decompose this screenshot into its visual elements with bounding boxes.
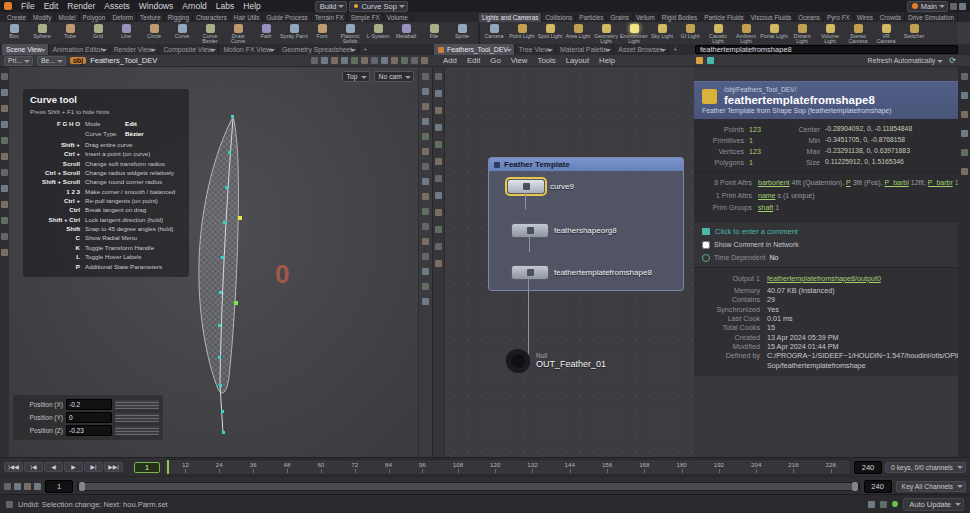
side-toolbar-icon[interactable] xyxy=(1,233,8,240)
range-end-handle[interactable] xyxy=(852,482,858,491)
shelf-tab[interactable]: Crowds xyxy=(877,13,905,22)
context-chip[interactable]: obj xyxy=(70,57,86,64)
shelf-tab[interactable]: Oceans xyxy=(795,13,824,22)
play-reverse-button[interactable]: ◀ xyxy=(44,462,63,472)
viewport-toolbar-icon[interactable] xyxy=(421,57,428,64)
viewport-toolbar-icon[interactable] xyxy=(311,57,318,64)
shelf-tool[interactable]: Sky Light xyxy=(648,22,676,44)
jump-to-end-button[interactable]: ▶▶| xyxy=(104,462,123,472)
network-menu-item[interactable]: View xyxy=(506,56,533,65)
network-canvas[interactable]: Feather Template curve9 feathershapeorg8… xyxy=(444,67,694,458)
network-editor[interactable]: Feather Template curve9 feathershapeorg8… xyxy=(433,67,695,458)
output-link[interactable]: feathertemplatefromshape8/output0 xyxy=(767,274,881,283)
side-toolbar-icon[interactable] xyxy=(1,105,8,112)
stowbar-icon[interactable] xyxy=(961,73,968,80)
null-node-icon[interactable] xyxy=(506,349,530,373)
play-button[interactable]: ▶ xyxy=(64,462,83,472)
viewport-toolbar-icon[interactable] xyxy=(371,57,378,64)
network-toolbar-icon[interactable] xyxy=(435,192,442,199)
network-toolbar-icon[interactable] xyxy=(435,90,442,97)
node-out-feather[interactable]: Null OUT_Feather_01 xyxy=(506,349,606,373)
range-start-handle[interactable] xyxy=(79,482,85,491)
shelf-tab[interactable]: Drive Simulation xyxy=(905,13,958,22)
display-option-icon[interactable] xyxy=(422,103,429,110)
shelf-tool[interactable]: Ambient Light xyxy=(732,22,760,44)
display-option-icon[interactable] xyxy=(422,163,429,170)
new-pane-tab-button[interactable]: + xyxy=(359,46,371,53)
attribute-link[interactable]: name xyxy=(758,192,776,199)
viewport-toolbar-icon[interactable] xyxy=(411,57,418,64)
frame-range-bar[interactable] xyxy=(79,483,858,490)
network-toolbar-icon[interactable] xyxy=(435,141,442,148)
pane-tab[interactable]: Render View xyxy=(110,44,160,55)
shelf-tool[interactable]: Curve Bezier xyxy=(196,22,224,44)
attribute-link[interactable]: P_barbr xyxy=(928,179,953,186)
network-menu-item[interactable]: Add xyxy=(438,56,462,65)
viewport-toolbar-icon[interactable] xyxy=(401,57,408,64)
shelf-tool[interactable]: Curve xyxy=(168,22,196,44)
shelf-tool[interactable]: Sprite xyxy=(448,22,476,44)
network-toolbar-icon[interactable] xyxy=(435,260,442,267)
display-option-icon[interactable] xyxy=(422,208,429,215)
shelf-tool[interactable]: Switcher xyxy=(900,22,928,44)
shelf-tab[interactable]: Lights and Cameras xyxy=(479,13,542,22)
menu-item[interactable]: Assets xyxy=(100,1,134,11)
attribute-link[interactable]: P_barbl xyxy=(885,179,909,186)
menu-item[interactable]: Render xyxy=(63,1,99,11)
pane-tab[interactable]: Feathers_Tool_DEV xyxy=(434,44,515,55)
shelf-tool[interactable]: Area Light xyxy=(564,22,592,44)
keys-summary-button[interactable]: 0 keys, 0/0 channels xyxy=(885,462,966,473)
refresh-icon[interactable]: ⟳ xyxy=(949,57,956,65)
display-option-icon[interactable] xyxy=(422,268,429,275)
network-box-feather-template[interactable]: Feather Template curve9 feathershapeorg8… xyxy=(488,157,684,291)
pane-tab[interactable]: Material Palette xyxy=(556,44,614,55)
side-toolbar-icon[interactable] xyxy=(1,217,8,224)
viewport-toolbar-icon[interactable] xyxy=(321,57,328,64)
viewport-toolbar-icon[interactable] xyxy=(361,57,368,64)
shelf-tool[interactable]: VR Camera xyxy=(872,22,900,44)
shelf-tool[interactable]: Platonic Solids xyxy=(336,22,364,44)
comment-field[interactable]: Click to enter a comment xyxy=(702,227,950,236)
network-toolbar-icon[interactable] xyxy=(435,158,442,165)
side-toolbar-icon[interactable] xyxy=(1,185,8,192)
display-option-icon[interactable] xyxy=(422,223,429,230)
shelf-tool[interactable]: Camera xyxy=(480,22,508,44)
shelf-tool[interactable]: Path xyxy=(252,22,280,44)
viewport-path-breadcrumb[interactable]: Feathers_Tool_DEV xyxy=(90,56,157,65)
shelf-tab[interactable]: Pyro FX xyxy=(824,13,854,22)
display-option-icon[interactable] xyxy=(422,118,429,125)
network-toolbar-icon[interactable] xyxy=(435,175,442,182)
playbar-option-icon[interactable] xyxy=(14,483,21,490)
refresh-mode-dropdown[interactable]: Refresh Automatically xyxy=(868,57,946,64)
pane-tab[interactable]: Composite View xyxy=(159,44,219,55)
shelf-tab[interactable]: Texture xyxy=(137,13,165,22)
auto-update-dropdown[interactable]: Auto Update xyxy=(903,498,964,511)
side-toolbar-icon[interactable] xyxy=(1,89,8,96)
main-desktop-menu[interactable]: Main xyxy=(907,1,948,12)
shelf-tab[interactable]: Volume xyxy=(384,13,412,22)
shelf-tab[interactable]: Rigging xyxy=(165,13,193,22)
shelf-tab[interactable]: Vellum xyxy=(633,13,659,22)
display-option-icon[interactable] xyxy=(422,238,429,245)
shelf-tool[interactable]: Geometry Light xyxy=(592,22,620,44)
shelf-tab[interactable]: Polygon xyxy=(80,13,110,22)
node[interactable]: curve9 xyxy=(507,179,574,194)
playbar-option-icon[interactable] xyxy=(4,483,11,490)
display-option-icon[interactable] xyxy=(422,148,429,155)
network-toolbar-icon[interactable] xyxy=(435,73,442,80)
shelf-tab[interactable]: Create xyxy=(4,13,30,22)
show-comment-checkbox-input[interactable] xyxy=(702,241,710,249)
value-ladder-widget[interactable] xyxy=(115,413,159,422)
shelf-tool[interactable]: Portal Light xyxy=(760,22,788,44)
shelf-tool[interactable]: Sphere xyxy=(28,22,56,44)
menu-item[interactable]: Labs xyxy=(212,1,238,11)
side-toolbar-icon[interactable] xyxy=(1,169,8,176)
node-body[interactable] xyxy=(507,179,545,194)
shelf-tab[interactable]: Grains xyxy=(607,13,633,22)
performance-icon[interactable] xyxy=(880,501,887,508)
current-frame-field[interactable]: 1 xyxy=(134,462,160,473)
shelf-tab[interactable]: Particle Fluids xyxy=(701,13,748,22)
menu-item[interactable]: Arnold xyxy=(178,1,211,11)
pane-tab[interactable]: Scene View xyxy=(2,44,49,55)
network-toolbar-icon[interactable] xyxy=(435,107,442,114)
